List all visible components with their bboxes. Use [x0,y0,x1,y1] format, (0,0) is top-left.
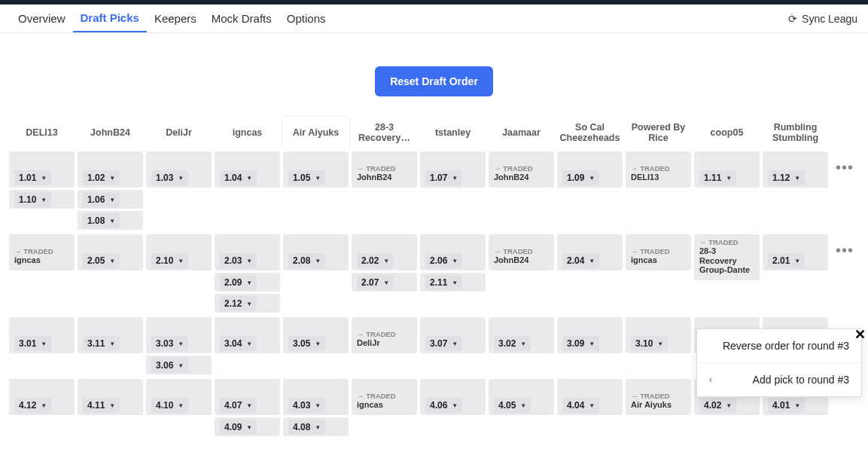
column-header[interactable]: DELI13 [8,116,76,149]
pick-chip[interactable]: 4.12▼ [14,398,51,413]
draft-cell[interactable]: 4.07▼ [215,379,280,415]
pick-chip[interactable]: 4.02▼ [699,398,736,413]
pick-chip[interactable]: 3.06▼ [151,358,188,373]
pick-chip[interactable]: 3.02▼ [494,336,531,351]
pick-chip[interactable]: 3.03▼ [151,336,188,351]
pick-chip[interactable]: 3.01▼ [14,336,51,351]
draft-cell[interactable]: 1.09▼ [557,151,623,188]
sync-league-button[interactable]: ⟳ Sync Leagu [788,13,857,25]
draft-cell[interactable]: → TRADEDigncas [9,234,75,270]
pick-chip[interactable]: 2.05▼ [83,253,120,268]
column-header[interactable]: igncas [213,116,282,149]
draft-cell[interactable]: 4.10▼ [146,379,212,415]
draft-cell[interactable]: 3.02▼ [489,317,554,353]
pick-chip[interactable]: 4.11▼ [83,398,120,413]
draft-cell[interactable]: 4.11▼ [78,379,143,415]
tab-overview[interactable]: Overview [11,5,73,32]
pick-chip[interactable]: 1.03▼ [151,170,188,185]
pick-chip[interactable]: 2.10▼ [151,253,188,268]
pick-chip[interactable]: 2.01▼ [768,253,805,268]
pick-chip[interactable]: 2.02▼ [357,253,394,268]
pick-chip[interactable]: 1.06▼ [83,192,120,207]
draft-cell[interactable]: 2.04▼ [557,234,623,270]
draft-cell[interactable]: → TRADEDDELI13 [626,151,691,188]
draft-cell[interactable]: 1.03▼ [146,151,212,188]
pick-chip[interactable]: 3.07▼ [425,336,462,351]
pick-chip[interactable]: 1.01▼ [14,170,51,185]
pick-chip[interactable]: 1.04▼ [220,170,257,185]
pick-chip[interactable]: 1.09▼ [562,170,599,185]
column-header[interactable]: coop05 [693,116,761,149]
tab-options[interactable]: Options [279,5,333,32]
pick-chip[interactable]: 2.12▼ [220,296,257,311]
draft-cell-extra[interactable]: 2.09▼ [215,273,280,292]
pick-chip[interactable]: 1.07▼ [425,170,462,185]
pick-chip[interactable]: 1.08▼ [83,213,120,228]
draft-cell-extra[interactable]: 2.11▼ [420,273,486,292]
pick-chip[interactable]: 1.02▼ [83,170,120,185]
draft-cell[interactable]: 3.03▼ [146,317,212,353]
column-header[interactable]: tstanley [419,116,487,149]
draft-cell[interactable]: 2.08▼ [283,234,349,270]
draft-cell[interactable]: 4.04▼ [557,379,623,415]
pick-chip[interactable]: 3.11▼ [83,336,120,351]
draft-cell[interactable]: → TRADED28-3 Recovery Group-Dante [694,234,760,280]
round-menu-button[interactable]: ••• [830,149,860,185]
draft-cell-extra[interactable]: 2.07▼ [352,273,417,292]
draft-cell[interactable]: 1.11▼ [694,151,760,188]
draft-cell-extra[interactable]: 1.10▼ [9,190,75,209]
draft-cell-extra[interactable]: 4.08▼ [283,417,349,436]
draft-cell[interactable]: 1.12▼ [763,151,828,188]
column-header[interactable]: JohnB24 [76,116,145,149]
draft-cell[interactable]: 1.01▼ [9,151,75,188]
draft-cell[interactable]: 4.12▼ [9,379,75,415]
pick-chip[interactable]: 4.03▼ [288,398,325,413]
menu-reverse-round[interactable]: Reverse order for round #3 [697,329,861,363]
menu-add-pick[interactable]: ‹ Add pick to round #3 [697,363,861,396]
draft-cell[interactable]: 3.11▼ [78,317,143,353]
draft-cell[interactable]: 1.04▼ [215,151,280,188]
round-menu-button[interactable]: ••• [830,232,860,268]
draft-cell[interactable]: 4.06▼ [420,379,486,415]
pick-chip[interactable]: 2.06▼ [425,253,462,268]
draft-cell[interactable]: → TRADEDigncas [352,379,417,415]
draft-cell[interactable]: 2.01▼ [763,234,828,270]
draft-cell[interactable]: 1.02▼ [78,151,143,188]
tab-keepers[interactable]: Keepers [147,5,204,32]
draft-cell[interactable]: 2.06▼ [420,234,486,270]
pick-chip[interactable]: 3.05▼ [288,336,325,351]
column-header[interactable]: So Cal Cheezeheads [556,116,624,149]
pick-chip[interactable]: 4.09▼ [220,420,257,435]
draft-cell[interactable]: 3.07▼ [420,317,486,353]
draft-cell[interactable]: → TRADEDJohnB24 [489,151,554,188]
reset-draft-order-button[interactable]: Reset Draft Order [375,66,493,96]
draft-cell-extra[interactable]: 3.06▼ [146,356,212,374]
pick-chip[interactable]: 4.08▼ [288,420,325,435]
draft-cell[interactable]: 3.04▼ [215,317,280,353]
pick-chip[interactable]: 2.03▼ [220,253,257,268]
draft-cell[interactable]: 1.07▼ [420,151,486,188]
draft-cell[interactable]: → TRADEDAir Aiyuks [626,379,691,415]
draft-cell[interactable]: → TRADEDJohnB24 [352,151,417,188]
draft-cell[interactable]: 3.10▼ [626,317,691,353]
draft-cell[interactable]: 3.09▼ [557,317,623,353]
pick-chip[interactable]: 4.06▼ [425,398,462,413]
draft-cell[interactable]: → TRADEDigncas [626,234,691,270]
column-header[interactable]: Rumbling Stumbling [761,116,830,149]
draft-cell[interactable]: → TRADEDDeliJr [352,317,417,353]
pick-chip[interactable]: 1.12▼ [768,170,805,185]
column-header[interactable]: 28-3 Recovery… [350,116,419,149]
pick-chip[interactable]: 2.08▼ [288,253,325,268]
draft-cell-extra[interactable]: 4.09▼ [215,417,280,436]
draft-cell[interactable]: 2.02▼ [352,234,417,270]
pick-chip[interactable]: 4.01▼ [768,398,805,413]
draft-cell[interactable]: 4.05▼ [489,379,554,415]
pick-chip[interactable]: 3.04▼ [220,336,257,351]
pick-chip[interactable]: 2.11▼ [425,275,462,290]
draft-cell[interactable]: 4.03▼ [283,379,349,415]
pick-chip[interactable]: 2.07▼ [357,275,394,290]
draft-cell[interactable]: 3.01▼ [9,317,75,353]
pick-chip[interactable]: 2.09▼ [220,275,257,290]
draft-cell[interactable]: 2.03▼ [215,234,280,270]
pick-chip[interactable]: 4.10▼ [151,398,188,413]
